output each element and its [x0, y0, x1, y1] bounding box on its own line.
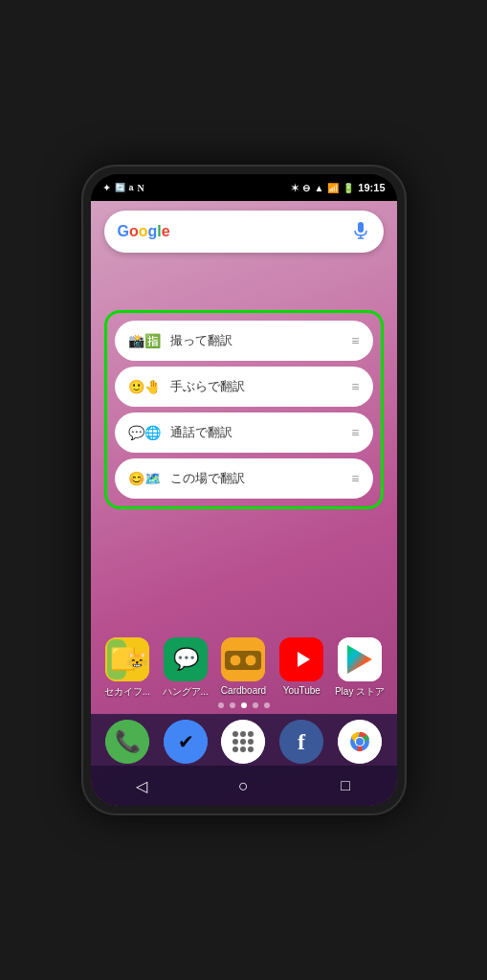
dock-inbox[interactable]: ✔ — [159, 720, 212, 764]
recents-button[interactable]: □ — [326, 771, 365, 800]
launcher-icon — [221, 720, 265, 764]
svg-text:📞: 📞 — [114, 728, 141, 754]
translate-handsfree-handle: ≡ — [351, 379, 359, 394]
play-icon — [338, 637, 382, 681]
bottom-nav: ◁ ○ □ — [91, 766, 397, 806]
battery-icon: 🔋 — [343, 183, 354, 193]
page-dots — [91, 702, 397, 714]
translate-item-call[interactable]: 💬🌐 通話で翻訳 ≡ — [115, 412, 373, 453]
dot-2 — [230, 702, 235, 708]
svg-point-27 — [232, 739, 238, 745]
app-row: 🟨 😸 セカイフ... 💬 — [91, 628, 397, 702]
status-left-icons: ✦ 🔄 a N — [102, 182, 144, 194]
app-sekai[interactable]: 🟨 😸 セカイフ... — [100, 637, 154, 699]
translate-item-location[interactable]: 😊🗺️ この場で翻訳 ≡ — [115, 458, 373, 499]
translate-call-emoji: 💬🌐 — [128, 425, 163, 440]
youtube-icon — [279, 637, 323, 681]
google-logo: Google — [118, 223, 170, 240]
translate-camera-emoji: 📸🈯 — [128, 333, 163, 348]
svg-text:💬: 💬 — [172, 646, 199, 672]
phone-device: ✦ 🔄 a N ✶ ⊖ ▲ 📶 🔋 19:15 — [81, 165, 407, 815]
svg-point-32 — [248, 746, 254, 752]
translate-handsfree-label: 手ぶらで翻訳 — [170, 378, 344, 395]
svg-text:😸: 😸 — [126, 650, 148, 671]
app-hangouts[interactable]: 💬 ハングア... — [159, 637, 212, 699]
wifi-icon: ▲ — [314, 183, 323, 193]
svg-point-26 — [248, 731, 254, 737]
bluetooth-icon: ✶ — [291, 183, 299, 193]
home-button[interactable]: ○ — [224, 771, 262, 800]
app-youtube[interactable]: YouTube — [275, 637, 328, 696]
translate-handsfree-emoji: 🙂🤚 — [128, 379, 163, 394]
status-bar: ✦ 🔄 a N ✶ ⊖ ▲ 📶 🔋 19:15 — [91, 174, 397, 201]
svg-point-30 — [232, 746, 238, 752]
chrome-icon — [338, 720, 382, 764]
wallpaper: Google 📸🈯 撮って翻訳 — [91, 201, 397, 806]
cardboard-label: Cardboard — [216, 685, 270, 696]
screen: ✦ 🔄 a N ✶ ⊖ ▲ 📶 🔋 19:15 — [91, 174, 397, 806]
translate-location-emoji: 😊🗺️ — [128, 471, 163, 486]
translate-widget: 📸🈯 撮って翻訳 ≡ 🙂🤚 手ぶらで翻訳 ≡ 💬🌐 通話で翻訳 ≡ — [104, 310, 384, 509]
translate-camera-handle: ≡ — [351, 333, 359, 348]
dock-launcher[interactable] — [216, 720, 270, 764]
dock-facebook[interactable]: f — [275, 720, 328, 764]
hangouts-icon: 💬 — [164, 637, 208, 681]
svg-text:✔: ✔ — [177, 731, 193, 752]
app-cardboard[interactable]: Cardboard — [216, 637, 270, 696]
amazon-icon: a — [129, 183, 134, 192]
app-play[interactable]: Play ストア — [333, 637, 387, 699]
back-button[interactable]: ◁ — [122, 771, 161, 800]
svg-point-28 — [240, 739, 246, 745]
svg-point-31 — [240, 746, 246, 752]
signal-icon: 📶 — [327, 183, 339, 193]
svg-point-24 — [232, 731, 238, 737]
dock-chrome[interactable] — [333, 720, 387, 764]
dot-1 — [218, 702, 224, 708]
translate-call-handle: ≡ — [351, 425, 359, 440]
cardboard-icon — [221, 637, 265, 681]
svg-point-11 — [230, 655, 241, 666]
translate-location-label: この場で翻訳 — [170, 470, 344, 487]
dot-4 — [253, 702, 258, 708]
minus-circle-icon: ⊖ — [302, 183, 310, 193]
mic-icon[interactable] — [351, 222, 370, 241]
play-label: Play ストア — [333, 685, 387, 699]
svg-point-25 — [240, 731, 246, 737]
svg-point-29 — [248, 739, 254, 745]
translate-call-label: 通話で翻訳 — [170, 424, 344, 441]
refresh-icon: 🔄 — [115, 183, 125, 192]
share-icon: ✦ — [102, 182, 111, 194]
svg-point-39 — [356, 738, 364, 746]
translate-item-hands-free[interactable]: 🙂🤚 手ぶらで翻訳 ≡ — [115, 367, 373, 407]
phone-icon: 📞 — [105, 720, 149, 764]
sekai-label: セカイフ... — [100, 685, 154, 699]
dock-row: 📞 ✔ — [91, 714, 397, 766]
translate-item-camera[interactable]: 📸🈯 撮って翻訳 ≡ — [115, 321, 373, 361]
translate-location-handle: ≡ — [351, 471, 359, 486]
status-right-icons: ✶ ⊖ ▲ 📶 🔋 19:15 — [291, 182, 385, 193]
google-search-bar[interactable]: Google — [104, 211, 384, 253]
dot-3 — [241, 702, 247, 708]
inbox-icon: ✔ — [164, 720, 208, 764]
hangouts-label: ハングア... — [159, 685, 212, 699]
youtube-label: YouTube — [275, 685, 328, 696]
dot-5 — [264, 702, 270, 708]
svg-rect-0 — [358, 222, 364, 233]
dock-phone[interactable]: 📞 — [100, 720, 154, 764]
svg-point-12 — [245, 655, 256, 666]
translate-camera-label: 撮って翻訳 — [170, 332, 344, 349]
svg-text:f: f — [298, 729, 306, 754]
time-display: 19:15 — [358, 182, 385, 193]
n-icon: N — [138, 183, 144, 193]
sekai-icon: 🟨 😸 — [105, 637, 149, 681]
facebook-icon: f — [279, 720, 323, 764]
